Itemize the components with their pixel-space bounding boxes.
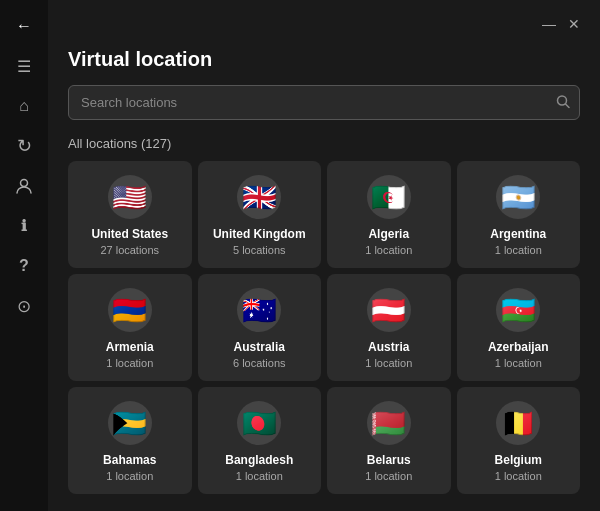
flag-icon: 🇺🇸 <box>108 175 152 219</box>
flag-icon: 🇩🇿 <box>367 175 411 219</box>
location-card[interactable]: 🇦🇺Australia6 locations <box>198 274 322 381</box>
location-count: 1 location <box>365 357 412 369</box>
sidebar-home[interactable]: ⌂ <box>6 88 42 124</box>
sidebar-help[interactable]: ? <box>6 248 42 284</box>
close-button[interactable]: ✕ <box>568 16 580 32</box>
location-count: 1 location <box>106 357 153 369</box>
sidebar-menu[interactable]: ☰ <box>6 48 42 84</box>
sidebar-settings[interactable]: ⊙ <box>6 288 42 324</box>
main-content: — ✕ Virtual location All locations (127)… <box>48 0 600 511</box>
country-name: Azerbaijan <box>488 340 549 354</box>
flag-icon: 🇦🇿 <box>496 288 540 332</box>
country-name: Armenia <box>106 340 154 354</box>
flag-icon: 🇧🇩 <box>237 401 281 445</box>
flag-icon: 🇧🇾 <box>367 401 411 445</box>
location-card[interactable]: 🇧🇾Belarus1 location <box>327 387 451 494</box>
location-card[interactable]: 🇧🇸Bahamas1 location <box>68 387 192 494</box>
sidebar-info[interactable]: ℹ <box>6 208 42 244</box>
search-input[interactable] <box>68 85 580 120</box>
flag-icon: 🇧🇪 <box>496 401 540 445</box>
location-count: 1 location <box>495 244 542 256</box>
location-card[interactable]: 🇬🇧United Kingdom5 locations <box>198 161 322 268</box>
location-card[interactable]: 🇺🇸United States27 locations <box>68 161 192 268</box>
svg-line-2 <box>566 104 570 108</box>
country-name: United States <box>91 227 168 241</box>
country-name: United Kingdom <box>213 227 306 241</box>
flag-icon: 🇦🇲 <box>108 288 152 332</box>
minimize-button[interactable]: — <box>542 16 556 32</box>
page-title: Virtual location <box>68 48 580 71</box>
sidebar-user[interactable] <box>6 168 42 204</box>
window-controls: — ✕ <box>542 16 580 32</box>
location-count: 1 location <box>106 470 153 482</box>
location-card[interactable]: 🇦🇲Armenia1 location <box>68 274 192 381</box>
country-name: Algeria <box>368 227 409 241</box>
flag-icon: 🇬🇧 <box>237 175 281 219</box>
country-name: Belgium <box>495 453 542 467</box>
flag-icon: 🇧🇸 <box>108 401 152 445</box>
flag-icon: 🇦🇺 <box>237 288 281 332</box>
location-count: 1 location <box>236 470 283 482</box>
country-name: Australia <box>234 340 285 354</box>
svg-point-0 <box>21 180 28 187</box>
locations-grid: 🇺🇸United States27 locations🇬🇧United King… <box>68 161 580 494</box>
location-count: 1 location <box>495 357 542 369</box>
title-bar: — ✕ <box>68 16 580 32</box>
flag-icon: 🇦🇹 <box>367 288 411 332</box>
country-name: Bahamas <box>103 453 156 467</box>
country-name: Argentina <box>490 227 546 241</box>
location-count: 1 location <box>365 470 412 482</box>
location-count: 1 location <box>495 470 542 482</box>
location-count: 27 locations <box>100 244 159 256</box>
country-name: Belarus <box>367 453 411 467</box>
location-card[interactable]: 🇧🇩Bangladesh1 location <box>198 387 322 494</box>
location-count: 1 location <box>365 244 412 256</box>
location-count: 6 locations <box>233 357 286 369</box>
location-card[interactable]: 🇦🇹Austria1 location <box>327 274 451 381</box>
country-name: Austria <box>368 340 409 354</box>
sidebar: ← ☰ ⌂ ↻ ℹ ? ⊙ <box>0 0 48 511</box>
section-label: All locations (127) <box>68 136 580 151</box>
flag-icon: 🇦🇷 <box>496 175 540 219</box>
location-card[interactable]: 🇦🇷Argentina1 location <box>457 161 581 268</box>
country-name: Bangladesh <box>225 453 293 467</box>
location-card[interactable]: 🇦🇿Azerbaijan1 location <box>457 274 581 381</box>
location-count: 5 locations <box>233 244 286 256</box>
sidebar-refresh[interactable]: ↻ <box>6 128 42 164</box>
location-card[interactable]: 🇧🇪Belgium1 location <box>457 387 581 494</box>
search-icon <box>556 94 570 111</box>
search-container <box>68 85 580 120</box>
sidebar-back[interactable]: ← <box>6 8 42 44</box>
location-card[interactable]: 🇩🇿Algeria1 location <box>327 161 451 268</box>
